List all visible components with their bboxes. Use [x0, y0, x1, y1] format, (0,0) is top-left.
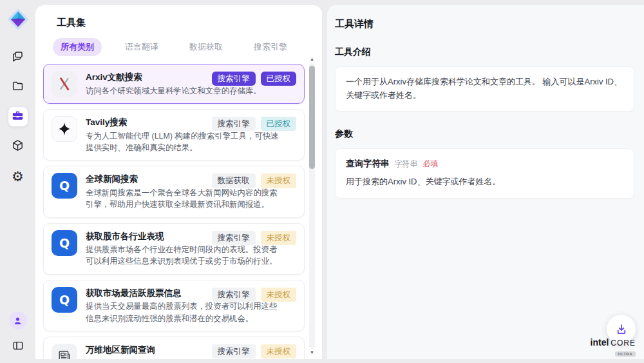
- tool-category-badge: 搜索引擎: [212, 231, 256, 245]
- tool-badges: 搜索引擎 已授权: [212, 117, 297, 131]
- brand-badge: ULTRA: [615, 351, 636, 357]
- q-news-icon: Q: [52, 287, 77, 313]
- tool-list: Arxiv文献搜索 访问各个研究领域大量科学论文和文章的存储库。 搜索引擎 已授…: [43, 64, 305, 359]
- sparkle-icon: [52, 116, 77, 142]
- panel-toggle-icon: [12, 339, 24, 352]
- tool-card[interactable]: Arxiv文献搜索 访问各个研究领域大量科学论文和文章的存储库。 搜索引擎 已授…: [43, 64, 305, 104]
- tool-category-badge: 搜索引擎: [212, 117, 256, 131]
- tool-status-badge: 已授权: [261, 117, 297, 131]
- folder-icon: [11, 79, 24, 95]
- category-tab-label: 语言翻译: [125, 42, 158, 52]
- category-tab-label: 搜索引擎: [254, 42, 287, 52]
- sidebar-item-packages[interactable]: [8, 137, 28, 156]
- tool-card[interactable]: Q 获取市场最活跃股票信息 提供当天交易量最高的股票列表，投资者可以利用这些信息…: [43, 280, 305, 331]
- toolset-title: 工具集: [57, 17, 322, 29]
- tool-description: 访问各个研究领域大量科学论文和文章的存储库。: [86, 85, 279, 97]
- tool-badges: 数据获取 未授权: [212, 173, 297, 188]
- tool-badges: 搜索引擎 未授权: [212, 231, 297, 245]
- tool-badges: 搜索引擎 未授权: [212, 288, 297, 302]
- intro-text: 一个用于从Arxiv存储库搜索科学论文和文章的工具。 输入可以是Arxiv ID…: [346, 77, 622, 100]
- scrollbar-down-arrow[interactable]: ▼: [309, 350, 315, 355]
- param-description: 用于搜索的Arxiv ID、关键字或作者姓名。: [346, 175, 623, 188]
- category-tab[interactable]: 搜索引擎: [246, 38, 295, 56]
- tool-description: 提供股票市场各个行业在特定时间段内的表现。投资者可以利用这些信息来识别表现优于或…: [86, 244, 279, 268]
- chat-icon: [11, 50, 24, 66]
- q-news-icon: Q: [52, 230, 77, 256]
- category-tab[interactable]: 语言翻译: [117, 38, 166, 56]
- tool-detail-panel: 工具详情 工具介绍 一个用于从Arxiv存储库搜索科学论文和文章的工具。 输入可…: [327, 5, 644, 359]
- tool-category-badge: 搜索引擎: [212, 344, 256, 358]
- user-avatar[interactable]: [9, 311, 27, 329]
- tool-category-badge: 数据获取: [212, 173, 256, 188]
- category-tab-label: 所有类别: [61, 42, 94, 52]
- sidebar-item-files[interactable]: [8, 77, 28, 97]
- tool-status-badge: 未授权: [261, 288, 297, 302]
- tool-category-badge: 搜索引擎: [212, 288, 256, 302]
- sidebar-item-chat[interactable]: [8, 48, 28, 67]
- intro-heading: 工具介绍: [335, 46, 634, 58]
- param-name: 查询字符串: [346, 158, 390, 170]
- tool-status-badge: 未授权: [261, 173, 297, 188]
- category-tab-label: 数据获取: [189, 42, 223, 52]
- tool-description: 全球新闻搜索是一个聚合全球各大新闻网站内容的搜索引擎，帮助用户快速获取全球最新资…: [86, 187, 279, 211]
- tool-badges: 搜索引擎 未授权: [212, 344, 297, 358]
- package-icon: [11, 139, 24, 155]
- tool-description: 专为人工智能代理 (LLM) 构建的搜索引擎工具，可快速提供实时、准确和真实的结…: [86, 130, 279, 154]
- intro-card: 一个用于从Arxiv存储库搜索科学论文和文章的工具。 输入可以是Arxiv ID…: [335, 66, 634, 112]
- tool-badges: 搜索引擎 已授权: [212, 72, 297, 86]
- settings-icon: ⚙: [12, 170, 24, 183]
- param-type: 字符串: [395, 159, 418, 170]
- brand-logo: intel CORE ULTRA: [591, 338, 636, 357]
- param-head: 查询字符串 字符串 必填: [346, 158, 623, 170]
- param-card: 查询字符串 字符串 必填 用于搜索的Arxiv ID、关键字或作者姓名。: [335, 148, 634, 199]
- list-scrollbar: ▲ ▼: [309, 57, 315, 355]
- tool-status-badge: 未授权: [261, 231, 297, 245]
- app-logo-icon: [6, 8, 30, 31]
- arxiv-icon: [52, 71, 77, 97]
- category-tab[interactable]: 数据获取: [182, 38, 231, 56]
- detail-title: 工具详情: [335, 18, 634, 30]
- tool-card[interactable]: Tavily搜索 专为人工智能代理 (LLM) 构建的搜索引擎工具，可快速提供实…: [43, 109, 305, 161]
- sidebar-item-settings[interactable]: ⚙: [8, 166, 28, 186]
- newspaper-icon: [52, 344, 77, 359]
- q-news-icon: Q: [52, 173, 77, 199]
- tool-category-badge: 搜索引擎: [212, 72, 256, 86]
- tool-description: 提供当天交易量最高的股票列表，投资者可以利用这些信息来识别流动性强的股票和潜在的…: [86, 300, 279, 324]
- app-window: ⚙ 工具集 所有类别 语言翻译 数据获取 搜索引擎: [0, 0, 644, 363]
- download-icon: [614, 322, 629, 337]
- panel-toggle-button[interactable]: [10, 337, 26, 354]
- tool-card[interactable]: 万维地区新闻查询 查询具体行政区划内的新闻，快速了解各地新闻动 搜索引擎 未授权: [43, 337, 305, 359]
- category-tab[interactable]: 所有类别: [53, 38, 102, 56]
- brand-series: CORE: [611, 339, 636, 347]
- tool-status-badge: 已授权: [261, 72, 297, 86]
- tool-status-badge: 未授权: [261, 344, 297, 358]
- left-rail: ⚙: [0, 0, 35, 363]
- main-content: 工具集 所有类别 语言翻译 数据获取 搜索引擎 Arxiv文献搜索 访问各个研究…: [35, 0, 644, 363]
- brand-name: intel: [591, 338, 609, 347]
- scrollbar-thumb[interactable]: [309, 66, 315, 169]
- scrollbar-up-arrow[interactable]: ▲: [309, 57, 315, 62]
- param-required-badge: 必填: [423, 159, 439, 170]
- params-heading: 参数: [335, 128, 634, 140]
- person-icon: [12, 315, 23, 326]
- tool-card[interactable]: Q 全球新闻搜索 全球新闻搜索是一个聚合全球各大新闻网站内容的搜索引擎，帮助用户…: [43, 166, 305, 217]
- category-tabs: 所有类别 语言翻译 数据获取 搜索引擎: [53, 38, 322, 56]
- sidebar-item-tools[interactable]: [8, 107, 28, 126]
- toolset-panel: 工具集 所有类别 语言翻译 数据获取 搜索引擎 Arxiv文献搜索 访问各个研究…: [35, 5, 322, 359]
- tool-card[interactable]: Q 获取股市各行业表现 提供股票市场各个行业在特定时间段内的表现。投资者可以利用…: [43, 223, 305, 275]
- toolbox-icon: [11, 109, 24, 125]
